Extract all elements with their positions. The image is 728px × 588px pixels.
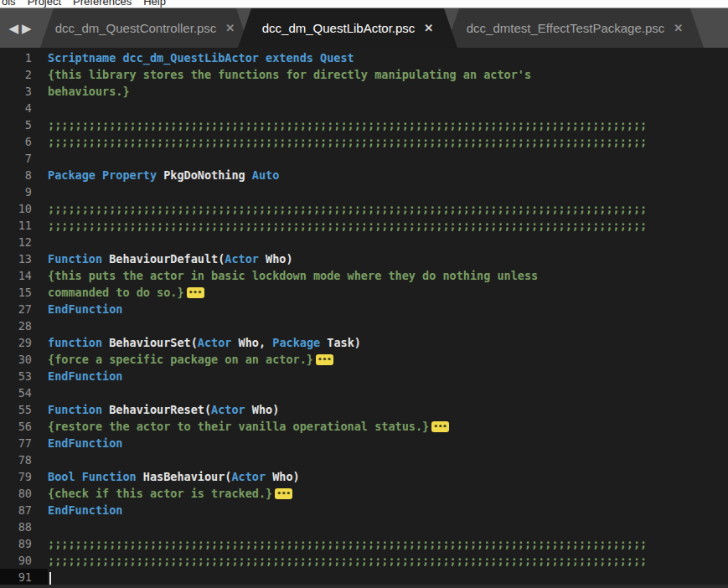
- line-number[interactable]: 30: [0, 351, 48, 368]
- line-number[interactable]: 5: [0, 116, 48, 133]
- status-bar-edge: [0, 585, 728, 588]
- code-line[interactable]: 79Bool Function HasBehaviour(Actor Who): [0, 468, 728, 485]
- code-line[interactable]: 90;;;;;;;;;;;;;;;;;;;;;;;;;;;;;;;;;;;;;;…: [0, 552, 728, 569]
- tab-close-icon[interactable]: ✕: [424, 22, 433, 34]
- line-number[interactable]: 3: [0, 83, 48, 100]
- code-text: Function BehaviourReset(Actor Who): [48, 401, 279, 418]
- line-number[interactable]: 2: [0, 66, 48, 83]
- code-line[interactable]: 27EndFunction: [0, 301, 728, 317]
- line-number[interactable]: 15: [0, 284, 48, 301]
- code-line[interactable]: 77EndFunction: [0, 435, 728, 451]
- code-editor[interactable]: 1Scriptname dcc_dm_QuestLibActor extends…: [0, 48, 728, 587]
- code-line[interactable]: 9: [0, 183, 728, 200]
- code-line[interactable]: 1Scriptname dcc_dm_QuestLibActor extends…: [0, 49, 728, 66]
- keyword-token: Function: [48, 252, 109, 266]
- code-line[interactable]: 2{this library stores the functions for …: [0, 66, 728, 83]
- line-number[interactable]: 77: [0, 435, 48, 451]
- line-number[interactable]: 10: [0, 200, 48, 217]
- code-line[interactable]: 14{this puts the actor in basic lockdown…: [0, 267, 728, 284]
- identifier-token: Who): [245, 403, 280, 416]
- line-number[interactable]: 78: [0, 451, 48, 468]
- line-number[interactable]: 91: [0, 569, 48, 585]
- code-text: EndFunction: [48, 368, 122, 384]
- code-line[interactable]: 10;;;;;;;;;;;;;;;;;;;;;;;;;;;;;;;;;;;;;;…: [0, 200, 728, 217]
- line-number[interactable]: 56: [0, 418, 48, 435]
- code-line[interactable]: 8Package Property PkgDoNothing Auto: [0, 167, 728, 183]
- tab-scroll-left-icon[interactable]: ◀: [8, 22, 18, 34]
- code-line[interactable]: 6;;;;;;;;;;;;;;;;;;;;;;;;;;;;;;;;;;;;;;;…: [0, 133, 728, 150]
- code-line[interactable]: 80{check if this actor is tracked.}: [0, 485, 728, 502]
- line-number[interactable]: 54: [0, 384, 48, 401]
- menu-item-preferences[interactable]: Preferences: [73, 0, 132, 8]
- fold-ellipsis-marker[interactable]: [431, 421, 449, 432]
- line-number[interactable]: 79: [0, 468, 48, 485]
- code-text: ;;;;;;;;;;;;;;;;;;;;;;;;;;;;;;;;;;;;;;;;…: [48, 217, 647, 234]
- tab-close-icon[interactable]: ✕: [225, 22, 235, 34]
- line-number[interactable]: 87: [0, 502, 48, 518]
- code-line[interactable]: 5;;;;;;;;;;;;;;;;;;;;;;;;;;;;;;;;;;;;;;;…: [0, 116, 728, 133]
- line-number[interactable]: 80: [0, 485, 48, 502]
- line-number[interactable]: 88: [0, 518, 48, 535]
- keyword-token: EndFunction: [48, 436, 122, 450]
- line-number[interactable]: 12: [0, 234, 48, 250]
- tab-dcc-dmtest-effecttestpackage[interactable]: dcc_dmtest_EffectTestPackage.psc ✕: [446, 8, 704, 48]
- tab-scroll-right-icon[interactable]: ▶: [22, 22, 32, 34]
- code-line[interactable]: 13Function BehaviourDefault(Actor Who): [0, 250, 728, 267]
- menu-item-project[interactable]: Project: [28, 0, 61, 8]
- line-number[interactable]: 90: [0, 552, 48, 569]
- line-number[interactable]: 11: [0, 217, 48, 234]
- code-line[interactable]: 87EndFunction: [0, 502, 728, 518]
- line-number[interactable]: 55: [0, 401, 48, 418]
- identifier-token: Who): [259, 252, 293, 266]
- code-line[interactable]: 11;;;;;;;;;;;;;;;;;;;;;;;;;;;;;;;;;;;;;;…: [0, 217, 728, 234]
- identifier-token: PkgDoNothing: [163, 168, 245, 182]
- code-line[interactable]: 91: [0, 569, 728, 585]
- code-line[interactable]: 53EndFunction: [0, 368, 728, 384]
- code-line[interactable]: 89;;;;;;;;;;;;;;;;;;;;;;;;;;;;;;;;;;;;;;…: [0, 535, 728, 552]
- line-number[interactable]: 7: [0, 150, 48, 167]
- tab-close-icon[interactable]: ✕: [674, 22, 683, 34]
- menu-item-tools[interactable]: ols: [2, 0, 16, 8]
- code-line[interactable]: 3behaviours.}: [0, 83, 728, 100]
- code-text: EndFunction: [48, 435, 122, 451]
- code-line[interactable]: 55Function BehaviourReset(Actor Who): [0, 401, 728, 418]
- line-number[interactable]: 8: [0, 167, 48, 183]
- code-line[interactable]: 88: [0, 518, 728, 535]
- text-caret: [49, 572, 51, 585]
- menu-bar-items: ols Project Preferences Help: [0, 0, 728, 8]
- code-line[interactable]: 78: [0, 451, 728, 468]
- tab-dcc-dm-questlibactor[interactable]: dcc_dm_QuestLibActor.psc ✕: [238, 8, 457, 48]
- fold-ellipsis-marker[interactable]: [316, 354, 333, 365]
- code-line[interactable]: 4: [0, 100, 728, 116]
- line-number[interactable]: 9: [0, 183, 48, 200]
- line-number[interactable]: 1: [0, 49, 48, 66]
- keyword-token: EndFunction: [48, 302, 122, 316]
- comment-token: behaviours.}: [48, 85, 130, 98]
- code-line[interactable]: 29function BehaviourSet(Actor Who, Packa…: [0, 334, 728, 351]
- code-line[interactable]: 54: [0, 384, 728, 401]
- line-number[interactable]: 53: [0, 368, 48, 384]
- line-number[interactable]: 4: [0, 100, 48, 116]
- line-number[interactable]: 29: [0, 334, 48, 351]
- code-line[interactable]: 56{restore the actor to their vanilla op…: [0, 418, 728, 435]
- line-number[interactable]: 89: [0, 535, 48, 552]
- keyword-token: Actor: [231, 470, 266, 483]
- tab-dcc-dm-questcontroller[interactable]: dcc_dm_QuestController.psc ✕: [40, 8, 250, 48]
- fold-ellipsis-marker[interactable]: [187, 287, 204, 298]
- line-number[interactable]: 28: [0, 317, 48, 334]
- code-line[interactable]: 12: [0, 234, 728, 250]
- identifier-token: Who): [266, 470, 300, 483]
- code-line[interactable]: 28: [0, 317, 728, 334]
- keyword-token: Actor: [225, 252, 259, 266]
- tab-label: dcc_dmtest_EffectTestPackage.psc: [467, 21, 665, 35]
- comment-token: {force a specific package on an actor.}: [48, 353, 313, 366]
- line-number[interactable]: 27: [0, 301, 48, 317]
- line-number[interactable]: 6: [0, 133, 48, 150]
- code-line[interactable]: 7: [0, 150, 728, 167]
- menu-item-help[interactable]: Help: [143, 0, 166, 8]
- code-line[interactable]: 30{force a specific package on an actor.…: [0, 351, 728, 368]
- line-number[interactable]: 13: [0, 250, 48, 267]
- fold-ellipsis-marker[interactable]: [275, 488, 292, 499]
- line-number[interactable]: 14: [0, 267, 48, 284]
- code-line[interactable]: 15commanded to do so.}: [0, 284, 728, 301]
